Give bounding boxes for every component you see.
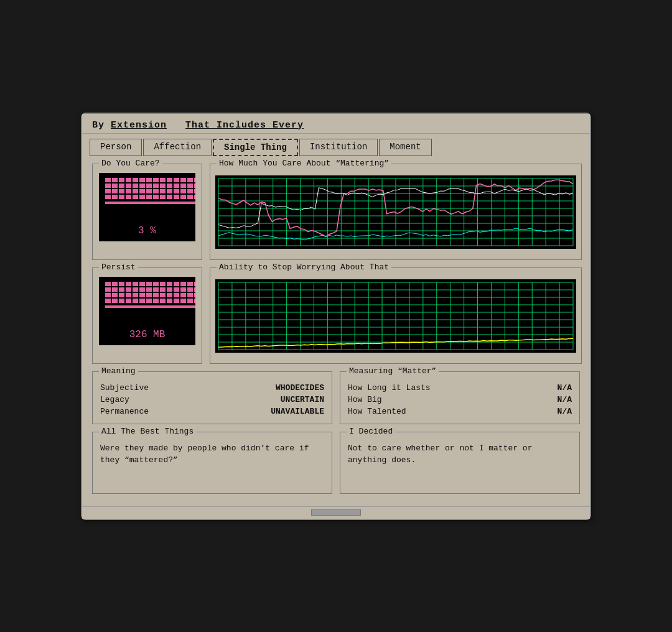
measuring-key-0: How Long it Lasts — [348, 382, 538, 394]
all-best-label: All The Best Things — [99, 427, 196, 436]
measuring-label: Measuring “Matter” — [347, 366, 439, 376]
tab-affection[interactable]: Affection — [143, 139, 212, 156]
do-you-care-monitor: 3 % — [99, 173, 195, 241]
ability-stop-label: Ability to Stop Worrying About That — [217, 263, 391, 272]
all-best-panel: All The Best Things Were they made by pe… — [92, 432, 332, 494]
meaning-panel: Meaning Subjective WHODECIDES Legacy UNC… — [92, 371, 332, 424]
bottom-row: All The Best Things Were they made by pe… — [92, 432, 580, 494]
measuring-val-2: N/A — [538, 406, 572, 417]
measuring-row-2: How Talented N/A — [348, 406, 572, 417]
persist-value: 326 MB — [129, 329, 166, 340]
meaning-row-1: Legacy UNCERTAIN — [100, 394, 324, 406]
measuring-val-0: N/A — [538, 382, 572, 394]
meaning-row-2: Permanence UNAVAILABLE — [100, 406, 324, 417]
how-much-care-chart — [215, 175, 576, 249]
meaning-val-1: UNCERTAIN — [207, 394, 324, 406]
meaning-table: Subjective WHODECIDES Legacy UNCERTAIN P… — [100, 382, 324, 417]
do-you-care-panel: Do You Care? 3 % — [92, 164, 202, 260]
measuring-table: How Long it Lasts N/A How Big N/A How Ta… — [348, 382, 572, 417]
ability-stop-chart — [215, 279, 576, 353]
persist-monitor: 326 MB — [99, 277, 195, 345]
title-that-underline: T — [185, 120, 192, 131]
measuring-key-2: How Talented — [348, 406, 538, 417]
meaning-val-2: UNAVAILABLE — [207, 406, 324, 417]
measuring-panel: Measuring “Matter” How Long it Lasts N/A… — [340, 371, 580, 424]
tab-moment[interactable]: Moment — [379, 139, 431, 156]
meaning-val-0: WHODECIDES — [207, 382, 324, 394]
measuring-key-1: How Big — [348, 394, 538, 406]
i-decided-panel: I Decided Not to care whether or not I m… — [340, 432, 580, 494]
persist-panel: Persist 326 MB — [92, 267, 202, 364]
persist-label: Persist — [99, 263, 138, 272]
main-content: Do You Care? 3 % How Much You Care About… — [82, 156, 590, 504]
main-window: By Extension That Includes Every Person … — [81, 113, 591, 520]
title-rest: hat Includes Every — [192, 120, 304, 131]
tab-institution[interactable]: Institution — [299, 139, 378, 156]
meaning-label: Meaning — [99, 366, 138, 376]
meaning-key-2: Permanence — [100, 406, 207, 417]
tab-person[interactable]: Person — [90, 139, 142, 156]
measuring-row-0: How Long it Lasts N/A — [348, 382, 572, 394]
ability-stop-panel: Ability to Stop Worrying About That — [210, 267, 582, 364]
window-bottom-bar — [82, 506, 590, 519]
scrollbar-thumb[interactable] — [311, 509, 361, 516]
measuring-row-1: How Big N/A — [348, 394, 572, 406]
do-you-care-label: Do You Care? — [99, 159, 162, 168]
meaning-key-1: Legacy — [100, 394, 207, 406]
title-bar: By Extension That Includes Every — [82, 114, 590, 134]
tab-single-thing[interactable]: Single Thing — [213, 139, 298, 156]
info-row: Meaning Subjective WHODECIDES Legacy UNC… — [92, 371, 580, 424]
i-decided-label: I Decided — [347, 427, 395, 436]
how-much-care-label: How Much You Care About “Mattering” — [217, 159, 391, 168]
measuring-val-1: N/A — [538, 394, 572, 406]
i-decided-text: Not to care whether or not I matter or a… — [348, 442, 572, 467]
row-1: Do You Care? 3 % How Much You Care About… — [92, 164, 580, 260]
tab-bar: Person Affection Single Thing Institutio… — [82, 134, 590, 156]
all-best-text: Were they made by people who didn’t care… — [100, 442, 324, 467]
title-extension: Extension — [111, 120, 167, 131]
meaning-key-0: Subjective — [100, 382, 207, 394]
do-you-care-value: 3 % — [138, 225, 156, 236]
meaning-row-0: Subjective WHODECIDES — [100, 382, 324, 394]
how-much-care-panel: How Much You Care About “Mattering” — [210, 164, 582, 260]
row-2: Persist 326 MB Ability to Stop Worrying … — [92, 267, 580, 364]
